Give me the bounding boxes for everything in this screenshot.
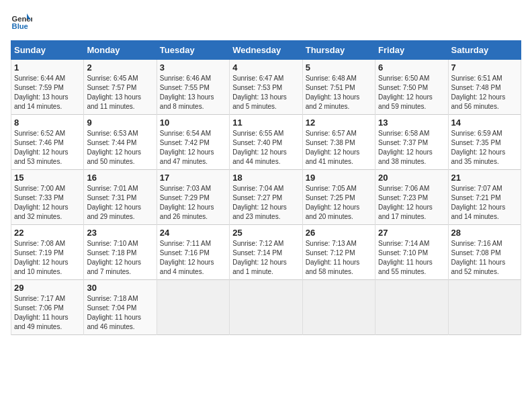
day-number: 6: [378, 62, 445, 73]
calendar-cell: [448, 280, 521, 335]
day-number: 8: [14, 118, 81, 128]
calendar-cell: 25Sunrise: 7:12 AMSunset: 7:14 PMDayligh…: [230, 225, 302, 280]
calendar-cell: 4Sunrise: 6:47 AMSunset: 7:53 PMDaylight…: [230, 60, 302, 115]
day-info: Sunrise: 6:54 AMSunset: 7:42 PMDaylight:…: [160, 129, 226, 167]
day-number: 4: [232, 62, 299, 73]
calendar-cell: 15Sunrise: 7:00 AMSunset: 7:33 PMDayligh…: [11, 170, 84, 225]
weekday-header: Monday: [84, 41, 157, 60]
day-number: 1: [14, 62, 81, 73]
logo-icon: General Blue: [11, 11, 32, 32]
calendar-row: 22Sunrise: 7:08 AMSunset: 7:19 PMDayligh…: [11, 225, 521, 280]
day-info: Sunrise: 7:03 AMSunset: 7:29 PMDaylight:…: [160, 184, 226, 222]
day-number: 20: [378, 173, 445, 183]
calendar-cell: 13Sunrise: 6:58 AMSunset: 7:37 PMDayligh…: [375, 115, 448, 170]
day-info: Sunrise: 7:00 AMSunset: 7:33 PMDaylight:…: [14, 184, 81, 222]
calendar-cell: 20Sunrise: 7:06 AMSunset: 7:23 PMDayligh…: [375, 170, 448, 225]
day-number: 19: [306, 173, 372, 183]
day-info: Sunrise: 6:51 AMSunset: 7:48 PMDaylight:…: [451, 74, 518, 111]
calendar-cell: 8Sunrise: 6:52 AMSunset: 7:46 PMDaylight…: [11, 115, 84, 170]
day-number: 5: [306, 62, 372, 73]
day-number: 2: [87, 62, 153, 73]
calendar-cell: 12Sunrise: 6:57 AMSunset: 7:38 PMDayligh…: [302, 115, 375, 170]
weekday-header: Friday: [375, 41, 448, 60]
day-info: Sunrise: 6:45 AMSunset: 7:57 PMDaylight:…: [87, 74, 153, 111]
calendar-cell: 16Sunrise: 7:01 AMSunset: 7:31 PMDayligh…: [84, 170, 157, 225]
calendar-cell: [375, 280, 448, 335]
day-number: 7: [451, 62, 518, 73]
calendar-cell: 23Sunrise: 7:10 AMSunset: 7:18 PMDayligh…: [84, 225, 157, 280]
calendar-body: 1Sunrise: 6:44 AMSunset: 7:59 PMDaylight…: [11, 60, 521, 335]
day-number: 17: [160, 173, 226, 183]
day-number: 30: [87, 283, 153, 293]
calendar-cell: 2Sunrise: 6:45 AMSunset: 7:57 PMDaylight…: [84, 60, 157, 115]
day-number: 12: [306, 118, 372, 128]
calendar-row: 8Sunrise: 6:52 AMSunset: 7:46 PMDaylight…: [11, 115, 521, 170]
weekday-row: SundayMondayTuesdayWednesdayThursdayFrid…: [11, 41, 521, 60]
day-info: Sunrise: 6:46 AMSunset: 7:55 PMDaylight:…: [160, 74, 226, 111]
calendar-cell: 26Sunrise: 7:13 AMSunset: 7:12 PMDayligh…: [302, 225, 375, 280]
calendar-cell: [230, 280, 302, 335]
calendar-row: 15Sunrise: 7:00 AMSunset: 7:33 PMDayligh…: [11, 170, 521, 225]
calendar-cell: [157, 280, 229, 335]
day-number: 18: [232, 173, 299, 183]
weekday-header: Thursday: [302, 41, 375, 60]
day-info: Sunrise: 6:47 AMSunset: 7:53 PMDaylight:…: [232, 74, 299, 111]
day-number: 9: [87, 118, 153, 128]
day-number: 28: [451, 228, 518, 238]
calendar-cell: 11Sunrise: 6:55 AMSunset: 7:40 PMDayligh…: [230, 115, 302, 170]
calendar-row: 1Sunrise: 6:44 AMSunset: 7:59 PMDaylight…: [11, 60, 521, 115]
day-info: Sunrise: 7:08 AMSunset: 7:19 PMDaylight:…: [14, 239, 81, 277]
logo: General Blue: [11, 11, 36, 32]
calendar-cell: 29Sunrise: 7:17 AMSunset: 7:06 PMDayligh…: [11, 280, 84, 335]
calendar-cell: 3Sunrise: 6:46 AMSunset: 7:55 PMDaylight…: [157, 60, 229, 115]
calendar-cell: 24Sunrise: 7:11 AMSunset: 7:16 PMDayligh…: [157, 225, 229, 280]
day-number: 10: [160, 118, 226, 128]
day-info: Sunrise: 6:58 AMSunset: 7:37 PMDaylight:…: [378, 129, 445, 167]
day-number: 27: [378, 228, 445, 238]
calendar-cell: 7Sunrise: 6:51 AMSunset: 7:48 PMDaylight…: [448, 60, 521, 115]
day-number: 26: [306, 228, 372, 238]
day-info: Sunrise: 7:13 AMSunset: 7:12 PMDaylight:…: [306, 239, 372, 277]
day-number: 23: [87, 228, 153, 238]
calendar-cell: 19Sunrise: 7:05 AMSunset: 7:25 PMDayligh…: [302, 170, 375, 225]
calendar-header: SundayMondayTuesdayWednesdayThursdayFrid…: [11, 41, 521, 60]
svg-text:Blue: Blue: [12, 22, 28, 30]
calendar-cell: 17Sunrise: 7:03 AMSunset: 7:29 PMDayligh…: [157, 170, 229, 225]
weekday-header: Saturday: [448, 41, 521, 60]
day-number: 21: [451, 173, 518, 183]
calendar-cell: 27Sunrise: 7:14 AMSunset: 7:10 PMDayligh…: [375, 225, 448, 280]
day-info: Sunrise: 7:10 AMSunset: 7:18 PMDaylight:…: [87, 239, 153, 277]
day-info: Sunrise: 6:59 AMSunset: 7:35 PMDaylight:…: [451, 129, 518, 167]
day-number: 29: [14, 283, 81, 293]
day-number: 13: [378, 118, 445, 128]
calendar-cell: 30Sunrise: 7:18 AMSunset: 7:04 PMDayligh…: [84, 280, 157, 335]
day-info: Sunrise: 6:44 AMSunset: 7:59 PMDaylight:…: [14, 74, 81, 111]
day-info: Sunrise: 6:50 AMSunset: 7:50 PMDaylight:…: [378, 74, 445, 111]
calendar-row: 29Sunrise: 7:17 AMSunset: 7:06 PMDayligh…: [11, 280, 521, 335]
day-number: 14: [451, 118, 518, 128]
weekday-header: Sunday: [11, 41, 84, 60]
day-info: Sunrise: 7:06 AMSunset: 7:23 PMDaylight:…: [378, 184, 445, 222]
calendar-cell: 18Sunrise: 7:04 AMSunset: 7:27 PMDayligh…: [230, 170, 302, 225]
weekday-header: Wednesday: [230, 41, 302, 60]
calendar-cell: [302, 280, 375, 335]
day-number: 16: [87, 173, 153, 183]
day-info: Sunrise: 6:52 AMSunset: 7:46 PMDaylight:…: [14, 129, 81, 167]
calendar-cell: 5Sunrise: 6:48 AMSunset: 7:51 PMDaylight…: [302, 60, 375, 115]
weekday-header: Tuesday: [157, 41, 229, 60]
calendar-cell: 9Sunrise: 6:53 AMSunset: 7:44 PMDaylight…: [84, 115, 157, 170]
day-info: Sunrise: 7:07 AMSunset: 7:21 PMDaylight:…: [451, 184, 518, 222]
day-info: Sunrise: 6:48 AMSunset: 7:51 PMDaylight:…: [306, 74, 372, 111]
day-info: Sunrise: 7:16 AMSunset: 7:08 PMDaylight:…: [451, 239, 518, 277]
day-info: Sunrise: 7:14 AMSunset: 7:10 PMDaylight:…: [378, 239, 445, 277]
calendar-table: SundayMondayTuesdayWednesdayThursdayFrid…: [11, 40, 521, 335]
day-info: Sunrise: 6:57 AMSunset: 7:38 PMDaylight:…: [306, 129, 372, 167]
calendar-cell: 21Sunrise: 7:07 AMSunset: 7:21 PMDayligh…: [448, 170, 521, 225]
day-info: Sunrise: 6:53 AMSunset: 7:44 PMDaylight:…: [87, 129, 153, 167]
day-number: 3: [160, 62, 226, 73]
day-info: Sunrise: 7:05 AMSunset: 7:25 PMDaylight:…: [306, 184, 372, 222]
day-number: 15: [14, 173, 81, 183]
day-number: 11: [232, 118, 299, 128]
day-info: Sunrise: 7:18 AMSunset: 7:04 PMDaylight:…: [87, 294, 153, 332]
day-info: Sunrise: 7:11 AMSunset: 7:16 PMDaylight:…: [160, 239, 226, 277]
